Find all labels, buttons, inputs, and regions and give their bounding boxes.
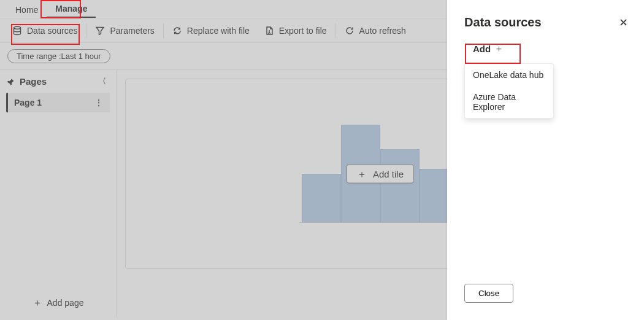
close-panel-button[interactable]: Close (464, 284, 513, 303)
close-icon[interactable]: ✕ (619, 17, 628, 28)
plus-icon: ＋ (494, 43, 504, 55)
modal-scrim (0, 0, 447, 320)
menu-item-onelake[interactable]: OneLake data hub (465, 64, 553, 86)
panel-title: Data sources (464, 15, 542, 29)
add-label: Add (473, 44, 491, 54)
menu-item-adx[interactable]: Azure Data Explorer (465, 86, 553, 118)
add-data-source-menu: OneLake data hub Azure Data Explorer (464, 63, 554, 119)
add-data-source-button[interactable]: Add ＋ (464, 39, 512, 58)
data-sources-panel: Data sources ✕ Add ＋ OneLake data hub Az… (447, 0, 644, 320)
